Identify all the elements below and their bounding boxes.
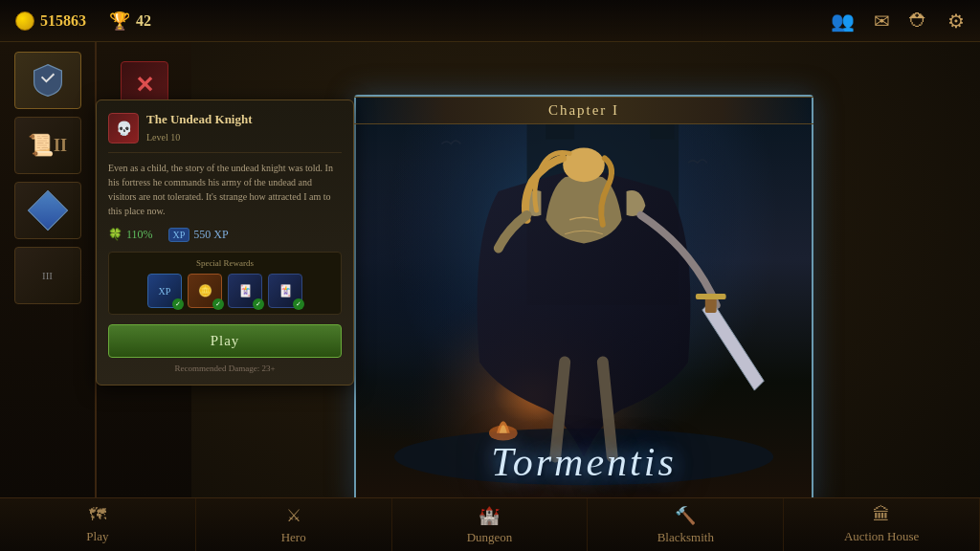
topbar: 515863 🏆 42 👥 ✉ ⛑ ⚙ [0, 0, 980, 42]
roman-num-ii: II [54, 136, 67, 156]
recommended-damage: Recommended Damage: 23+ [108, 364, 342, 373]
reward-card2-check: ✓ [293, 298, 304, 310]
reward-gold: 🪙 ✓ [188, 274, 222, 308]
skull-icon: 💀 [116, 121, 132, 137]
luck-stat: 🍀 110% [108, 228, 153, 242]
friends-icon[interactable]: 👥 [831, 10, 855, 33]
xp-value: 550 XP [193, 228, 228, 242]
coin-display: 515863 [15, 11, 86, 31]
rewards-row: XP ✓ 🪙 ✓ 🃏 ✓ 🃏 ✓ [115, 274, 335, 308]
scroll-icon: 📜 [28, 133, 54, 158]
play-quest-button[interactable]: Play [108, 324, 342, 358]
hero-nav-icon: ⚔ [286, 505, 301, 526]
trophy-icon: 🏆 [109, 11, 130, 32]
blacksmith-nav-label: Blacksmith [657, 530, 714, 545]
game-title: Tormentis [491, 439, 677, 485]
left-nav-diamond[interactable] [14, 182, 81, 239]
chapter-title: Chapter I [548, 102, 619, 118]
coin-icon [15, 11, 34, 31]
left-panel: 📜 II III [0, 42, 96, 497]
left-nav-shield[interactable] [14, 52, 81, 109]
reward-xp: XP ✓ [147, 274, 182, 308]
play-nav-label: Play [86, 529, 108, 544]
bottom-nav-hero[interactable]: ⚔ Hero [196, 498, 392, 551]
image-bg: Tormentis [356, 97, 812, 504]
special-rewards: Special Rewards XP ✓ 🪙 ✓ 🃏 ✓ 🃏 ✓ [108, 252, 342, 315]
dungeon-nav-icon: 🏰 [479, 505, 500, 526]
quest-stats: 🍀 110% XP 550 XP [108, 228, 342, 242]
hero-nav-label: Hero [281, 530, 306, 545]
quest-title: The Undead Knight [146, 112, 253, 127]
left-nav-scroll[interactable]: 📜 II [14, 117, 81, 174]
svg-rect-8 [696, 294, 726, 299]
blacksmith-nav-icon: 🔨 [675, 505, 696, 526]
xp-badge: XP [168, 228, 190, 242]
reward-gold-check: ✓ [212, 298, 224, 310]
bottom-nav-blacksmith[interactable]: 🔨 Blacksmith [588, 498, 784, 551]
bottom-nav-dungeon[interactable]: 🏰 Dungeon [392, 498, 589, 551]
trophy-display: 🏆 42 [109, 11, 151, 32]
shield-icon [31, 63, 65, 98]
main-image: Tormentis [354, 95, 813, 506]
dungeon-nav-label: Dungeon [467, 530, 513, 545]
bottom-nav: 🗺 Play ⚔ Hero 🏰 Dungeon 🔨 Blacksmith 🏛 A… [0, 497, 980, 551]
reward-card2: 🃏 ✓ [268, 274, 302, 308]
reward-card2-icon: 🃏 [278, 284, 293, 298]
reward-gold-icon: 🪙 [198, 284, 212, 298]
bottom-nav-auction[interactable]: 🏛 Auction House [784, 498, 980, 551]
reward-xp-check: ✓ [172, 298, 184, 310]
play-nav-icon: 🗺 [89, 505, 106, 525]
left-nav-iii[interactable]: III [14, 247, 81, 304]
auction-nav-icon: 🏛 [873, 505, 890, 525]
chapter-title-bar: Chapter I [354, 97, 813, 124]
xp-stat: XP 550 XP [168, 228, 229, 242]
diamond-icon [27, 190, 67, 231]
reward-card1-icon: 🃏 [238, 284, 253, 298]
roman-num-iii: III [42, 270, 53, 281]
reward-card1: 🃏 ✓ [228, 274, 262, 308]
helmet-icon[interactable]: ⛑ [909, 10, 928, 32]
mail-icon[interactable]: ✉ [874, 10, 890, 33]
reward-card1-check: ✓ [253, 298, 264, 310]
trophy-count: 42 [136, 12, 151, 30]
settings-icon[interactable]: ⚙ [947, 10, 965, 33]
close-icon: ✕ [135, 72, 154, 99]
luck-value: 110% [126, 228, 153, 242]
quest-header: 💀 The Undead Knight Level 10 [108, 112, 342, 144]
bottom-nav-play[interactable]: 🗺 Play [0, 498, 196, 551]
clover-icon: 🍀 [108, 228, 122, 242]
quest-level: Level 10 [146, 132, 180, 143]
quest-icon: 💀 [108, 113, 139, 143]
special-rewards-label: Special Rewards [115, 258, 335, 268]
main-area: 📜 II III 💀 The Undead Knight Level 10 Ev… [0, 42, 980, 497]
reward-xp-icon: XP [159, 286, 171, 297]
quest-description: Even as a child, the story of the undead… [108, 152, 342, 218]
coin-amount: 515863 [40, 12, 86, 30]
auction-nav-label: Auction House [844, 529, 919, 544]
quest-card: 💀 The Undead Knight Level 10 Even as a c… [96, 99, 354, 386]
quest-title-info: The Undead Knight Level 10 [146, 112, 253, 144]
